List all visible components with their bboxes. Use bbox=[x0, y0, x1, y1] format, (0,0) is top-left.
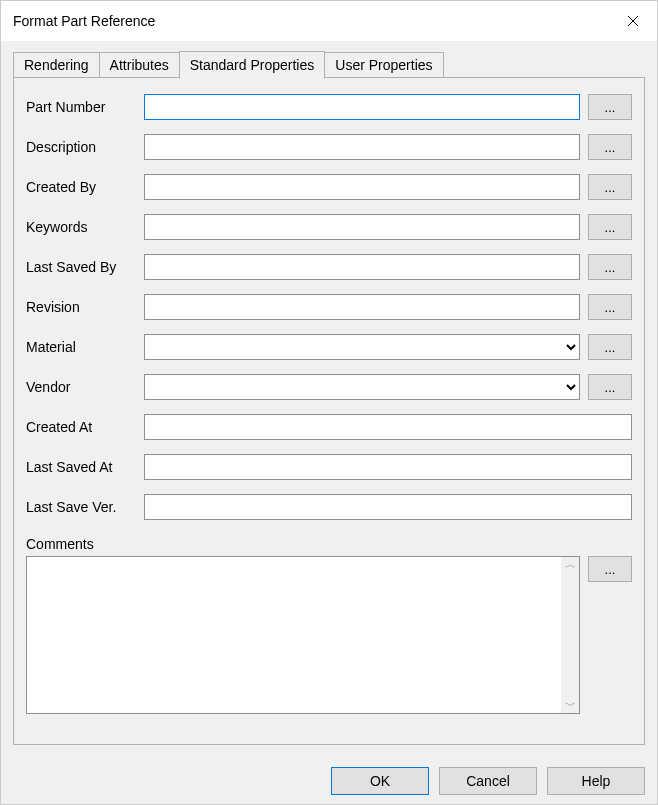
label-keywords: Keywords bbox=[26, 219, 144, 235]
label-created-by: Created By bbox=[26, 179, 144, 195]
row-last-save-ver: Last Save Ver. bbox=[26, 494, 632, 520]
input-keywords[interactable] bbox=[144, 214, 580, 240]
row-vendor: Vendor ... bbox=[26, 374, 632, 400]
select-material[interactable] bbox=[144, 334, 580, 360]
scroll-down-icon: ﹀ bbox=[565, 700, 576, 711]
browse-last-saved-by[interactable]: ... bbox=[588, 254, 632, 280]
label-created-at: Created At bbox=[26, 419, 144, 435]
label-part-number: Part Number bbox=[26, 99, 144, 115]
row-part-number: Part Number ... bbox=[26, 94, 632, 120]
close-icon bbox=[627, 15, 639, 27]
tab-rendering[interactable]: Rendering bbox=[13, 52, 100, 78]
browse-part-number[interactable]: ... bbox=[588, 94, 632, 120]
dialog-footer: OK Cancel Help bbox=[1, 758, 657, 804]
input-description[interactable] bbox=[144, 134, 580, 160]
box-last-saved-at bbox=[144, 454, 632, 480]
scroll-up-icon: ︿ bbox=[565, 559, 576, 570]
row-created-at: Created At bbox=[26, 414, 632, 440]
browse-revision[interactable]: ... bbox=[588, 294, 632, 320]
browse-vendor[interactable]: ... bbox=[588, 374, 632, 400]
tab-attributes[interactable]: Attributes bbox=[99, 52, 180, 78]
titlebar: Format Part Reference bbox=[1, 1, 657, 41]
row-keywords: Keywords ... bbox=[26, 214, 632, 240]
label-material: Material bbox=[26, 339, 144, 355]
cancel-button[interactable]: Cancel bbox=[439, 767, 537, 795]
label-last-saved-at: Last Saved At bbox=[26, 459, 144, 475]
dialog-content: Rendering Attributes Standard Properties… bbox=[1, 41, 657, 758]
browse-comments[interactable]: ... bbox=[588, 556, 632, 582]
row-created-by: Created By ... bbox=[26, 174, 632, 200]
dialog-window: Format Part Reference Rendering Attribut… bbox=[0, 0, 658, 805]
tab-panel-standard-properties: Part Number ... Description ... Created … bbox=[13, 77, 645, 745]
row-comments: ︿ ﹀ ... bbox=[26, 556, 632, 732]
ok-button[interactable]: OK bbox=[331, 767, 429, 795]
label-last-save-ver: Last Save Ver. bbox=[26, 499, 144, 515]
dialog-title: Format Part Reference bbox=[13, 13, 155, 29]
box-last-save-ver bbox=[144, 494, 632, 520]
tab-user-properties[interactable]: User Properties bbox=[324, 52, 443, 78]
tabstrip: Rendering Attributes Standard Properties… bbox=[13, 51, 645, 78]
textarea-comments[interactable]: ︿ ﹀ bbox=[26, 556, 580, 714]
row-material: Material ... bbox=[26, 334, 632, 360]
tab-standard-properties[interactable]: Standard Properties bbox=[179, 51, 326, 79]
input-created-by[interactable] bbox=[144, 174, 580, 200]
label-revision: Revision bbox=[26, 299, 144, 315]
close-button[interactable] bbox=[609, 1, 657, 41]
row-description: Description ... bbox=[26, 134, 632, 160]
scrollbar-comments[interactable]: ︿ ﹀ bbox=[561, 557, 579, 713]
input-part-number[interactable] bbox=[144, 94, 580, 120]
label-comments: Comments bbox=[26, 536, 632, 552]
input-last-saved-by[interactable] bbox=[144, 254, 580, 280]
browse-created-by[interactable]: ... bbox=[588, 174, 632, 200]
label-last-saved-by: Last Saved By bbox=[26, 259, 144, 275]
browse-material[interactable]: ... bbox=[588, 334, 632, 360]
box-created-at bbox=[144, 414, 632, 440]
row-revision: Revision ... bbox=[26, 294, 632, 320]
row-last-saved-by: Last Saved By ... bbox=[26, 254, 632, 280]
browse-description[interactable]: ... bbox=[588, 134, 632, 160]
select-vendor[interactable] bbox=[144, 374, 580, 400]
label-vendor: Vendor bbox=[26, 379, 144, 395]
row-last-saved-at: Last Saved At bbox=[26, 454, 632, 480]
label-description: Description bbox=[26, 139, 144, 155]
help-button[interactable]: Help bbox=[547, 767, 645, 795]
browse-keywords[interactable]: ... bbox=[588, 214, 632, 240]
input-revision[interactable] bbox=[144, 294, 580, 320]
